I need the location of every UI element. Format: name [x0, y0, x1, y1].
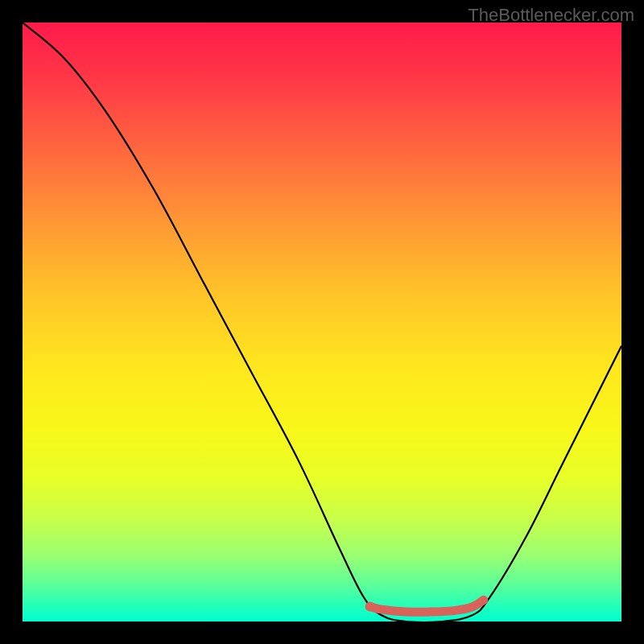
chart-svg [23, 23, 621, 621]
optimal-range-marker [370, 600, 484, 612]
attribution-text: TheBottlenecker.com [468, 5, 634, 26]
bottleneck-curve [23, 23, 621, 621]
plot-area [23, 23, 621, 621]
optimal-start-dot [365, 601, 375, 611]
